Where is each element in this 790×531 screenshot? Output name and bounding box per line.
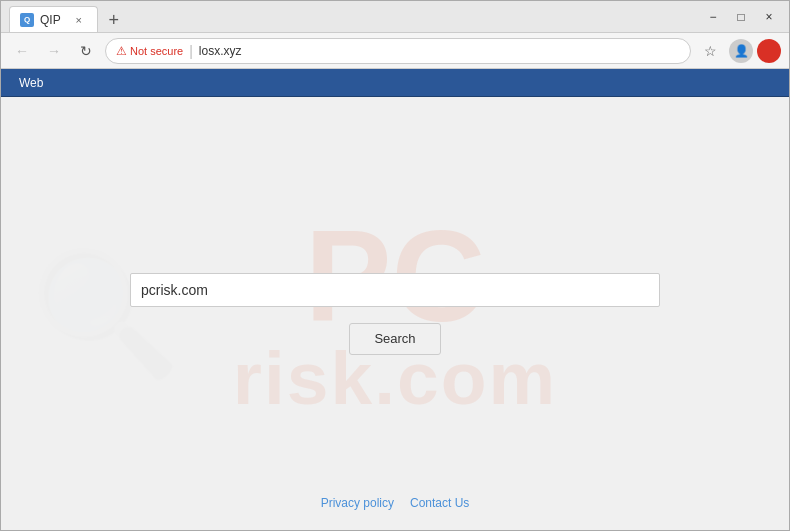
bookmark-star-button[interactable]: ☆ [697,38,723,64]
refresh-button[interactable]: ↻ [73,38,99,64]
security-icon: ⚠ [116,44,127,58]
profile-avatar[interactable]: 👤 [729,39,753,63]
close-button[interactable]: × [757,5,781,29]
privacy-policy-link[interactable]: Privacy policy [321,496,394,510]
title-bar: Q QIP × + − □ × [1,1,789,33]
search-container: Search [130,273,660,355]
tab-title: QIP [40,13,61,27]
footer-links: Privacy policy Contact Us [1,496,789,510]
url-divider: | [189,43,193,59]
new-tab-button[interactable]: + [102,8,126,32]
address-bar: ← → ↻ ⚠ Not secure | losx.xyz ☆ 👤 [1,33,789,69]
profile-area: 👤 [729,39,781,63]
url-text: losx.xyz [199,44,242,58]
back-button[interactable]: ← [9,38,35,64]
tab-area: Q QIP × + [9,1,701,32]
active-tab[interactable]: Q QIP × [9,6,98,32]
maximize-button[interactable]: □ [729,5,753,29]
url-box[interactable]: ⚠ Not secure | losx.xyz [105,38,691,64]
browser-window: Q QIP × + − □ × ← → ↻ ⚠ Not secure | los… [0,0,790,531]
profile-red-icon[interactable] [757,39,781,63]
search-button[interactable]: Search [349,323,440,355]
tab-favicon: Q [20,13,34,27]
security-label: Not secure [130,45,183,57]
bookmarks-bar-web[interactable]: Web [11,73,51,93]
forward-button[interactable]: → [41,38,67,64]
window-controls: − □ × [701,5,781,29]
tab-close-button[interactable]: × [71,12,87,28]
security-warning: ⚠ Not secure [116,44,183,58]
minimize-button[interactable]: − [701,5,725,29]
search-input[interactable] [130,273,660,307]
page-content: PC risk.com 🔍 Search Privacy policy Cont… [1,97,789,530]
bookmarks-bar: Web [1,69,789,97]
contact-us-link[interactable]: Contact Us [410,496,469,510]
